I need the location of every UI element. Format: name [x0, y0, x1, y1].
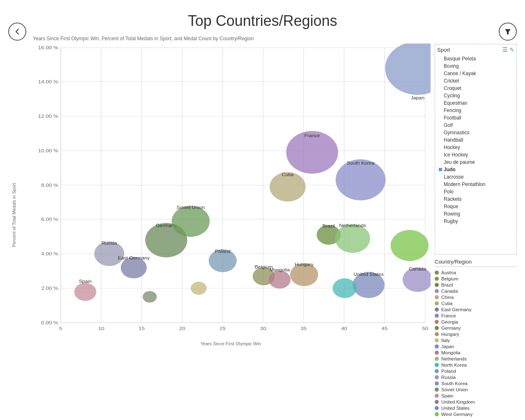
svg-text:2.00 %: 2.00 %: [41, 286, 58, 291]
pencil-icon[interactable]: ✎: [509, 46, 514, 53]
svg-text:Japan: Japan: [411, 96, 424, 100]
svg-text:12.00 %: 12.00 %: [38, 114, 58, 119]
sport-list-item[interactable]: Boxing: [437, 62, 514, 70]
country-legend-item: Germany: [435, 326, 517, 330]
bubble-south-korea[interactable]: [336, 159, 386, 200]
sport-list-item[interactable]: Ice Hockey: [437, 151, 514, 158]
bubble-austria[interactable]: [143, 291, 157, 303]
sport-list-item[interactable]: Handball: [437, 136, 514, 144]
sport-panel-title: Sport ☰ ✎: [437, 46, 514, 53]
list-icon[interactable]: ☰: [502, 46, 508, 53]
sport-list-item[interactable]: Rugby: [437, 218, 514, 225]
sport-list-item[interactable]: Gymnastics: [437, 129, 514, 136]
country-legend-item: France: [435, 313, 517, 318]
country-name: Poland: [441, 369, 456, 374]
country-legend: Country/Region AustriaBelgiumBrazilCanad…: [435, 259, 517, 417]
bubble-mongolia[interactable]: [269, 271, 291, 289]
country-legend-item: Brazil: [435, 282, 517, 287]
country-name: Mongolia: [441, 350, 461, 355]
sport-panel-icons: ☰ ✎: [502, 46, 514, 53]
country-name: East Germany: [441, 307, 472, 312]
svg-text:5: 5: [59, 326, 62, 331]
bubble-west-germany[interactable]: [391, 230, 429, 261]
country-legend-item: China: [435, 295, 517, 300]
country-name: Russia: [441, 375, 456, 380]
country-dot: [435, 308, 439, 312]
sport-list-item[interactable]: Judo: [437, 166, 514, 173]
country-name: Hungary: [441, 332, 459, 337]
sport-list-item[interactable]: Lacrosse: [437, 173, 514, 181]
country-dot: [435, 388, 439, 392]
country-legend-item: Hungary: [435, 332, 517, 337]
country-name: Brazil: [441, 282, 453, 287]
country-name: Japan: [441, 344, 454, 349]
sport-list-item[interactable]: Canoe / Kayak: [437, 70, 514, 77]
bubble-east-germany[interactable]: [121, 257, 147, 278]
svg-text:35: 35: [300, 326, 307, 331]
country-legend-title: Country/Region: [435, 259, 517, 267]
right-panel: Sport ☰ ✎ Basque PelotaBoxingCanoe / Kay…: [435, 36, 517, 420]
bubble-netherlands[interactable]: [335, 224, 370, 253]
svg-text:South Korea: South Korea: [347, 161, 375, 165]
chart-area: Years Since First Olympic Win, Percent o…: [8, 36, 431, 420]
y-axis-label: Percent of Total Medals in Sport: [11, 183, 16, 247]
sport-list-item[interactable]: Cycling: [437, 92, 514, 99]
svg-text:20: 20: [179, 326, 185, 331]
svg-text:Soviet Union: Soviet Union: [177, 205, 205, 210]
svg-text:10.00 %: 10.00 %: [38, 148, 58, 154]
country-dot: [435, 271, 439, 275]
country-legend-item: West Germany: [435, 412, 517, 417]
svg-text:Mongolia: Mongolia: [270, 268, 290, 272]
filter-button[interactable]: [499, 23, 517, 41]
sport-list-item[interactable]: Roque: [437, 203, 514, 210]
sport-list-item[interactable]: Equestrian: [437, 99, 514, 107]
sport-list-item[interactable]: Fencing: [437, 107, 514, 114]
svg-text:Poland: Poland: [215, 249, 231, 254]
svg-text:Brazil: Brazil: [322, 224, 335, 228]
country-legend-item: Spain: [435, 393, 517, 398]
country-legend-item: Soviet Union: [435, 387, 517, 392]
country-name: United Kingdom: [441, 399, 475, 404]
country-dot: [435, 320, 439, 324]
sport-list-item[interactable]: Basque Pelota: [437, 55, 514, 62]
svg-text:40: 40: [341, 326, 347, 331]
country-dot: [435, 344, 439, 349]
country-legend-item: Russia: [435, 375, 517, 380]
bubble-japan[interactable]: [385, 44, 431, 95]
bubble-north-korea[interactable]: [332, 278, 356, 298]
country-dot: [435, 351, 439, 355]
country-legend-item: Japan: [435, 344, 517, 349]
bubble-italy[interactable]: [191, 282, 207, 295]
country-name: France: [441, 313, 456, 318]
sport-list-item[interactable]: Rowing: [437, 210, 514, 218]
country-name: South Korea: [441, 381, 468, 386]
sport-list-item[interactable]: Hockey: [437, 144, 514, 151]
country-dot: [435, 283, 439, 287]
svg-text:6.00 %: 6.00 %: [41, 217, 58, 222]
sport-list-item[interactable]: Jeu de paume: [437, 158, 514, 166]
country-name: Italy: [441, 338, 450, 343]
bubble-spain[interactable]: [74, 283, 96, 301]
sport-list-item[interactable]: Golf: [437, 122, 514, 129]
back-button[interactable]: [8, 23, 26, 41]
country-name: China: [441, 295, 454, 300]
svg-text:France: France: [305, 133, 320, 138]
svg-text:Cuba: Cuba: [282, 172, 294, 177]
sport-list-item[interactable]: Croquet: [437, 85, 514, 92]
sport-list-item[interactable]: Rackets: [437, 195, 514, 203]
country-dot: [435, 338, 439, 342]
country-name: Austria: [441, 270, 456, 275]
country-legend-item: United Kingdom: [435, 399, 517, 404]
country-legend-item: Belgium: [435, 276, 517, 281]
country-name: Cuba: [441, 301, 453, 306]
sport-list-item[interactable]: Polo: [437, 188, 514, 195]
sport-list-item[interactable]: Modern Pentathlon: [437, 181, 514, 188]
sport-list-item[interactable]: Football: [437, 114, 514, 122]
bubble-soviet-union[interactable]: [172, 206, 210, 237]
country-dot: [435, 289, 439, 293]
country-dot: [435, 375, 439, 379]
sport-list-item[interactable]: Cricket: [437, 77, 514, 85]
chart-wrapper: Percent of Total Medals in Sport .grid-l…: [8, 44, 431, 347]
country-name: West Germany: [441, 412, 472, 417]
main-container: Years Since First Olympic Win, Percent o…: [0, 36, 525, 420]
